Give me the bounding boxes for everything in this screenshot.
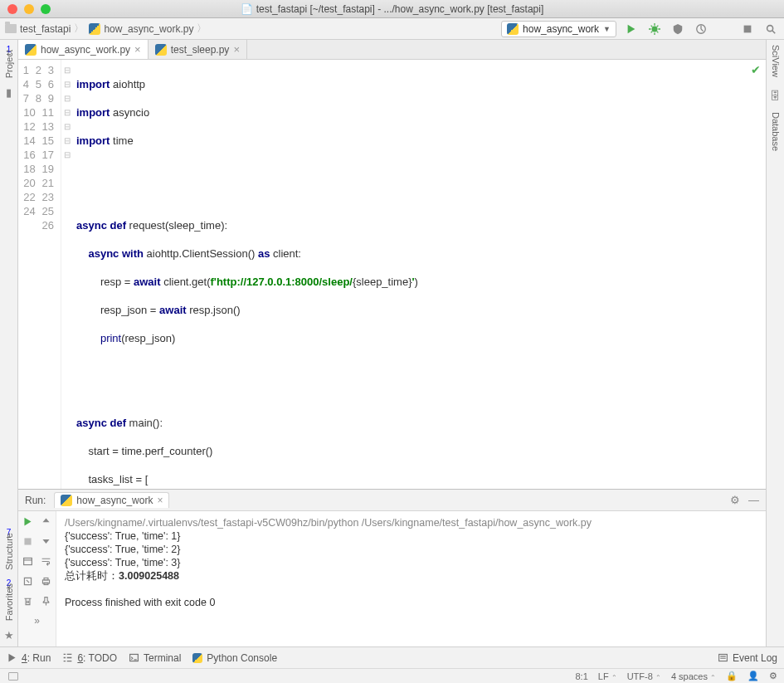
soft-wrap-button[interactable]	[37, 551, 56, 571]
run-button[interactable]	[623, 21, 640, 37]
bookmarks-icon[interactable]: ▮	[6, 86, 12, 99]
left-tool-gutter: 1 Project ▮ 7 Structure 2 Favorites ★	[0, 40, 18, 646]
gear-icon[interactable]: ⚙	[730, 494, 740, 506]
favorites-tool-button[interactable]: 2 Favorites	[4, 578, 14, 621]
python-icon	[61, 495, 72, 506]
python-icon	[155, 44, 167, 56]
sciview-tool-button[interactable]: SciView	[771, 45, 781, 80]
attach-to-process-button[interactable]	[716, 21, 733, 37]
profile-button[interactable]	[693, 21, 709, 37]
event-log-button[interactable]: Event Log	[718, 652, 777, 664]
chevron-right-icon: 〉	[197, 22, 207, 36]
svg-rect-7	[44, 578, 48, 579]
breadcrumb-label: how_async_work.py	[104, 23, 193, 35]
tool-windows-toggle[interactable]	[8, 672, 18, 681]
tab-label: test_sleep.py	[171, 44, 230, 56]
print-button[interactable]	[37, 571, 56, 591]
database-icon: 🗄	[770, 90, 781, 102]
structure-tool-button[interactable]: 7 Structure	[4, 528, 14, 570]
python-console-tool-button[interactable]: Python Console	[192, 652, 277, 664]
line-separator[interactable]: LF ⌃	[598, 671, 617, 681]
memory-indicator[interactable]: ⚙	[769, 671, 777, 681]
breadcrumb-label: test_fastapi	[20, 23, 71, 35]
close-tab-button[interactable]: ×	[157, 495, 163, 506]
cursor-position[interactable]: 8:1	[575, 671, 587, 681]
indent-settings[interactable]: 4 spaces ⌃	[671, 671, 716, 681]
run-tab-label: how_async_work	[76, 495, 153, 506]
python-icon	[89, 23, 100, 35]
inspection-ok-icon: ✔	[751, 63, 761, 76]
close-tab-button[interactable]: ×	[233, 43, 240, 56]
close-tab-button[interactable]: ×	[134, 43, 141, 56]
editor[interactable]: 1 2 3 4 5 6 7 8 9 10 11 12 13 14 15 16 1…	[18, 60, 766, 489]
rerun-button[interactable]	[18, 511, 37, 531]
star-icon: ★	[4, 629, 14, 642]
python-icon	[507, 23, 519, 35]
status-bar: 8:1 LF ⌃ UTF-8 ⌃ 4 spaces ⌃ 🔒 👤 ⚙	[0, 668, 784, 683]
scroll-to-end-button[interactable]	[18, 571, 37, 591]
svg-rect-2	[744, 25, 752, 32]
run-side-toolbar: »	[18, 511, 56, 646]
chevron-right-icon: 〉	[74, 22, 84, 36]
svg-point-0	[652, 26, 658, 32]
debug-button[interactable]	[646, 21, 663, 37]
search-everywhere-button[interactable]	[762, 21, 779, 37]
run-tool-window: Run: how_async_work × ⚙ —	[18, 489, 766, 646]
run-panel-title: Run:	[25, 495, 46, 506]
right-tool-gutter: SciView 🗄 Database	[766, 40, 784, 646]
stop-button[interactable]	[739, 21, 756, 37]
chevron-down-icon: ▼	[603, 25, 611, 33]
file-icon: 📄	[241, 3, 253, 15]
svg-rect-5	[23, 558, 32, 564]
window-title: 📄test_fastapi [~/test_fastapi] - .../how…	[0, 3, 784, 15]
run-with-coverage-button[interactable]	[670, 21, 686, 37]
run-tab[interactable]: how_async_work ×	[54, 492, 169, 508]
breadcrumb: test_fastapi 〉 how_async_work.py 〉	[5, 22, 501, 36]
run-tool-button[interactable]: 4: Run	[7, 652, 51, 664]
database-tool-button[interactable]: Database	[771, 112, 781, 154]
svg-rect-4	[24, 538, 31, 544]
python-icon	[25, 44, 37, 56]
more-button[interactable]: »	[18, 611, 56, 631]
run-config-label: how_async_work	[523, 23, 599, 35]
delete-button[interactable]	[18, 591, 37, 611]
folder-icon	[5, 24, 17, 33]
terminal-tool-button[interactable]: Terminal	[129, 652, 181, 664]
svg-point-3	[767, 25, 773, 31]
project-tool-button[interactable]: 1 Project	[4, 45, 14, 78]
hide-panel-button[interactable]: —	[748, 494, 759, 506]
code-area[interactable]: import aiohttp import asyncio import tim…	[73, 60, 766, 489]
tab-label: how_async_work.py	[41, 44, 130, 56]
run-output[interactable]: /Users/kingname/.virtualenvs/test_fastap…	[56, 511, 766, 646]
breadcrumb-file[interactable]: how_async_work.py 〉	[89, 22, 207, 36]
up-stacktrace-button[interactable]	[37, 511, 56, 531]
line-number-gutter: 1 2 3 4 5 6 7 8 9 10 11 12 13 14 15 16 1…	[18, 60, 61, 489]
fold-gutter: ⊟ ⊟ ⊟ ⊟ ⊟ ⊟ ⊟	[61, 60, 73, 489]
title-bar: 📄test_fastapi [~/test_fastapi] - .../how…	[0, 0, 784, 18]
navigation-bar: test_fastapi 〉 how_async_work.py 〉 how_a…	[0, 18, 784, 40]
bottom-tool-bar: 4: Run 6: TODO Terminal Python Console E…	[0, 646, 784, 668]
tab-test-sleep[interactable]: test_sleep.py ×	[149, 40, 247, 59]
breadcrumb-project[interactable]: test_fastapi 〉	[5, 22, 84, 36]
run-configuration-dropdown[interactable]: how_async_work ▼	[501, 21, 616, 37]
pin-tab-button[interactable]	[37, 591, 56, 611]
svg-rect-10	[719, 654, 728, 661]
editor-tabs: how_async_work.py × test_sleep.py ×	[18, 40, 766, 60]
python-icon	[192, 653, 202, 663]
down-stacktrace-button[interactable]	[37, 531, 56, 551]
lock-icon[interactable]: 🔒	[726, 671, 738, 681]
tab-how-async-work[interactable]: how_async_work.py ×	[18, 40, 149, 59]
restore-layout-button[interactable]	[18, 551, 37, 571]
hector-icon[interactable]: 👤	[747, 671, 759, 681]
stop-run-button[interactable]	[18, 531, 37, 551]
todo-tool-button[interactable]: 6: TODO	[62, 652, 117, 664]
file-encoding[interactable]: UTF-8 ⌃	[627, 671, 661, 681]
